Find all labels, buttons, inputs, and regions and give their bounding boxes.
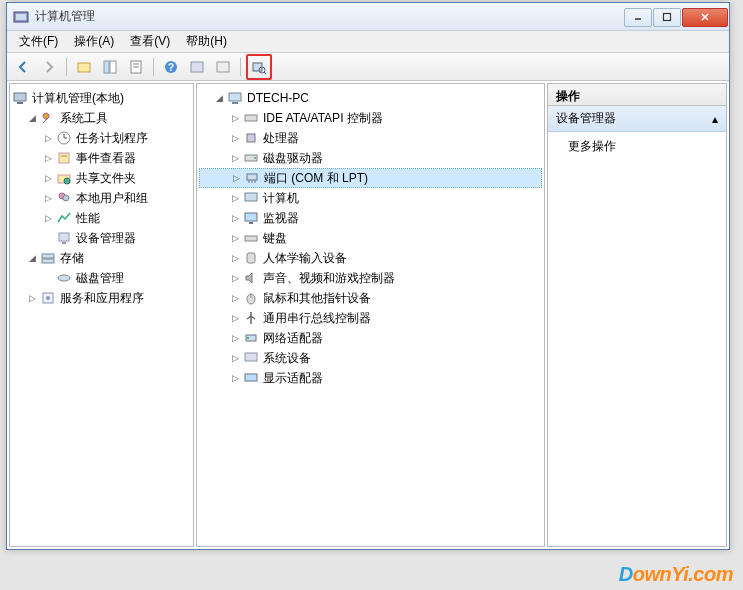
tree-label: 服务和应用程序 [60,290,144,307]
tree-performance[interactable]: ▷性能 [12,208,191,228]
expand-icon[interactable]: ▷ [229,232,241,244]
expand-icon[interactable]: ▷ [42,172,54,184]
device-disk-drives[interactable]: ▷磁盘驱动器 [199,148,542,168]
tree-event-viewer[interactable]: ▷事件查看器 [12,148,191,168]
svg-line-18 [264,72,266,74]
tree-services-apps[interactable]: ▷服务和应用程序 [12,288,191,308]
forward-button[interactable] [37,56,61,78]
expand-icon[interactable]: ▷ [229,272,241,284]
menu-view[interactable]: 查看(V) [122,31,178,52]
device-display[interactable]: ▷显示适配器 [199,368,542,388]
tree-task-scheduler[interactable]: ▷任务计划程序 [12,128,191,148]
titlebar: 计算机管理 [7,3,729,31]
expand-icon[interactable]: ▷ [42,192,54,204]
expand-icon[interactable]: ▷ [229,352,241,364]
device-ide[interactable]: ▷IDE ATA/ATAPI 控制器 [199,108,542,128]
window-title: 计算机管理 [35,8,624,25]
svg-rect-47 [245,193,257,201]
svg-rect-31 [62,242,66,244]
clock-icon [56,130,72,146]
menu-action[interactable]: 操作(A) [66,31,122,52]
collapse-icon[interactable]: ◢ [26,112,38,124]
device-root[interactable]: ◢DTECH-PC [199,88,542,108]
expand-icon[interactable]: ▷ [229,192,241,204]
cpu-icon [243,130,259,146]
port-icon [244,170,260,186]
device-system[interactable]: ▷系统设备 [199,348,542,368]
hid-icon [243,250,259,266]
services-icon [40,290,56,306]
expand-icon[interactable]: ▷ [229,152,241,164]
tree-device-manager[interactable]: 设备管理器 [12,228,191,248]
tree-system-tools[interactable]: ◢系统工具 [12,108,191,128]
device-mouse[interactable]: ▷鼠标和其他指针设备 [199,288,542,308]
svg-point-55 [247,337,249,339]
tree-label: 性能 [76,210,100,227]
expand-icon[interactable]: ▷ [229,332,241,344]
device-keyboards[interactable]: ▷键盘 [199,228,542,248]
tree-local-users[interactable]: ▷本地用户和组 [12,188,191,208]
tree-shared-folders[interactable]: ▷共享文件夹 [12,168,191,188]
tree-disk-management[interactable]: 磁盘管理 [12,268,191,288]
actions-panel: 操作 设备管理器 ▴ 更多操作 [547,83,727,547]
expand-icon[interactable]: ▷ [229,372,241,384]
scan-hardware-button[interactable] [246,54,272,80]
minimize-button[interactable] [624,8,652,27]
monitor-icon [243,210,259,226]
tree-storage[interactable]: ◢存储 [12,248,191,268]
expand-icon[interactable]: ▷ [229,132,241,144]
expand-icon[interactable]: ▷ [42,152,54,164]
device-ports[interactable]: ▷端口 (COM 和 LPT) [199,168,542,188]
sound-icon [243,270,259,286]
help-button[interactable]: ? [159,56,183,78]
expand-icon[interactable]: ▷ [229,212,241,224]
show-hide-tree-button[interactable] [98,56,122,78]
expand-icon[interactable]: ▷ [229,312,241,324]
up-button[interactable] [72,56,96,78]
event-icon [56,150,72,166]
back-button[interactable] [11,56,35,78]
toolbar-separator [240,58,241,76]
device-icon [56,230,72,246]
collapse-icon[interactable]: ◢ [213,92,225,104]
actions-more[interactable]: 更多操作 [548,132,726,161]
menu-file[interactable]: 文件(F) [11,31,66,52]
expand-icon[interactable]: ▷ [26,292,38,304]
collapse-icon[interactable]: ▴ [712,112,718,126]
expand-icon[interactable]: ▷ [42,212,54,224]
svg-rect-6 [78,63,90,72]
device-monitors[interactable]: ▷监视器 [199,208,542,228]
tree-root[interactable]: 计算机管理(本地) [12,88,191,108]
svg-rect-57 [245,374,257,381]
expand-icon[interactable]: ▷ [229,252,241,264]
device-hid[interactable]: ▷人体学输入设备 [199,248,542,268]
menu-help[interactable]: 帮助(H) [178,31,235,52]
expand-icon[interactable]: ▷ [230,172,242,184]
device-sound[interactable]: ▷声音、视频和游戏控制器 [199,268,542,288]
device-network[interactable]: ▷网络适配器 [199,328,542,348]
expand-icon[interactable]: ▷ [42,132,54,144]
tree-label: 网络适配器 [263,330,323,347]
system-icon [243,350,259,366]
svg-rect-48 [245,213,257,221]
svg-rect-50 [245,236,257,241]
collapse-icon[interactable]: ◢ [26,252,38,264]
properties-button[interactable] [124,56,148,78]
scan-button[interactable] [185,56,209,78]
close-button[interactable] [682,8,728,27]
device-computer[interactable]: ▷计算机 [199,188,542,208]
maximize-button[interactable] [653,8,681,27]
refresh-button[interactable] [211,56,235,78]
device-cpu[interactable]: ▷处理器 [199,128,542,148]
expand-icon[interactable]: ▷ [229,112,241,124]
expand-icon[interactable]: ▷ [229,292,241,304]
actions-header: 操作 [548,84,726,106]
actions-section[interactable]: 设备管理器 ▴ [548,106,726,132]
svg-point-27 [64,178,70,184]
tree-label: 处理器 [263,130,299,147]
tree-label: DTECH-PC [247,91,309,105]
computer-icon [243,190,259,206]
performance-icon [56,210,72,226]
tree-label: 监视器 [263,210,299,227]
device-usb[interactable]: ▷通用串行总线控制器 [199,308,542,328]
